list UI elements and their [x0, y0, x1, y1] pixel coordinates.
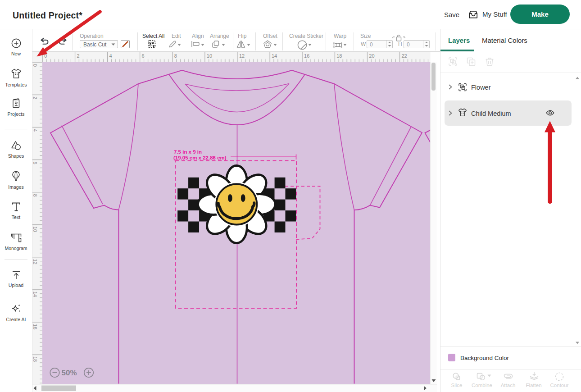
svg-text:18: 18 [32, 356, 38, 362]
svg-text:10: 10 [32, 227, 38, 232]
svg-text:22: 22 [401, 53, 407, 59]
svg-text:(19.05 cm x 22.86 cm): (19.05 cm x 22.86 cm) [173, 155, 227, 160]
svg-text:4: 4 [32, 129, 38, 132]
svg-text:8: 8 [32, 194, 38, 197]
svg-text:50%: 50% [62, 369, 77, 377]
svg-text:0: 0 [44, 53, 47, 59]
svg-text:2: 2 [32, 96, 38, 99]
svg-text:2: 2 [77, 53, 79, 59]
svg-text:6: 6 [32, 161, 38, 164]
svg-text:7.5 in x 9 in: 7.5 in x 9 in [174, 149, 202, 155]
svg-text:16: 16 [304, 53, 309, 59]
svg-text:12: 12 [239, 53, 245, 59]
svg-text:18: 18 [336, 53, 342, 59]
svg-text:16: 16 [32, 324, 38, 329]
svg-text:14: 14 [272, 53, 277, 59]
svg-text:4: 4 [109, 53, 112, 59]
svg-text:6: 6 [142, 53, 145, 59]
svg-text:10: 10 [207, 53, 212, 59]
svg-text:0: 0 [32, 64, 38, 67]
svg-text:14: 14 [32, 292, 38, 297]
svg-text:20: 20 [369, 53, 374, 59]
svg-text:12: 12 [32, 259, 38, 264]
svg-text:8: 8 [174, 53, 177, 59]
